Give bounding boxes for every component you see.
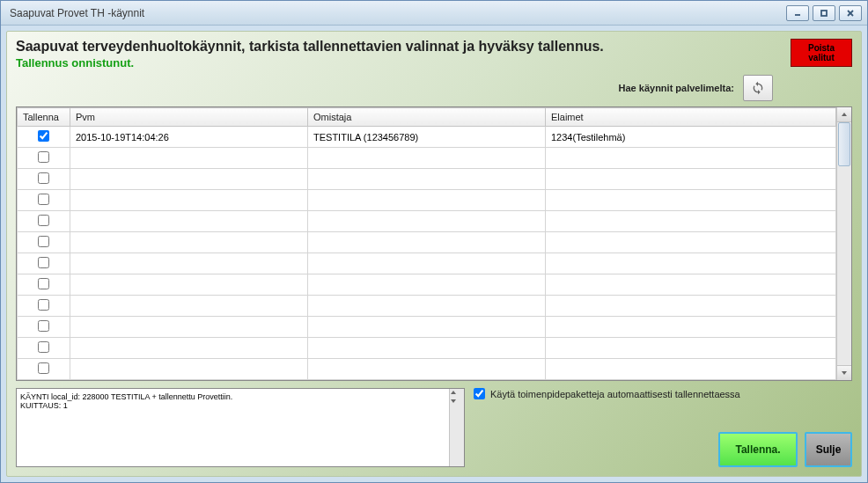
- row-checkbox-cell: [18, 253, 70, 274]
- grid-scrollbar[interactable]: [836, 107, 851, 380]
- row-checkbox[interactable]: [38, 320, 49, 332]
- row-checkbox[interactable]: [38, 172, 49, 184]
- window-buttons: [786, 5, 862, 21]
- cell-omistaja: [308, 148, 546, 169]
- cell-omistaja: TESTITILA (123456789): [308, 127, 546, 148]
- delete-button-line1: Poista: [808, 43, 835, 53]
- table-row[interactable]: [18, 359, 836, 380]
- table-row[interactable]: [18, 317, 836, 338]
- row-checkbox[interactable]: [38, 151, 49, 163]
- close-button[interactable]: Sulje: [805, 432, 852, 467]
- header-row: Saapuvat terveydenhuoltokäynnit, tarkist…: [16, 39, 852, 70]
- log-line-2: KUITTAUS: 1: [20, 401, 460, 410]
- auto-package-label[interactable]: Käytä toimenpidepaketteja automaattisest…: [490, 389, 740, 399]
- visits-grid[interactable]: Tallenna Pvm Omistaja Elaimet 2015-10-19…: [17, 107, 836, 380]
- row-checkbox-cell: [18, 359, 70, 380]
- col-pvm[interactable]: Pvm: [70, 108, 308, 127]
- cell-omistaja: [308, 190, 546, 211]
- cell-pvm: [70, 148, 308, 169]
- auto-package-checkbox[interactable]: [474, 388, 485, 399]
- col-elaimet[interactable]: Elaimet: [546, 108, 836, 127]
- log-scroll-down-icon[interactable]: [450, 398, 464, 406]
- row-checkbox-cell: [18, 211, 70, 232]
- cell-elaimet: [546, 211, 836, 232]
- row-checkbox[interactable]: [38, 362, 49, 374]
- row-checkbox-cell: [18, 338, 70, 359]
- scroll-track[interactable]: [837, 122, 851, 365]
- table-row[interactable]: [18, 338, 836, 359]
- cell-omistaja: [308, 317, 546, 338]
- cell-elaimet: [546, 274, 836, 296]
- row-checkbox-cell: [18, 148, 70, 169]
- cell-pvm: [70, 274, 308, 296]
- row-checkbox-cell: [18, 274, 70, 296]
- row-checkbox-cell: [18, 296, 70, 317]
- cell-elaimet: [546, 296, 836, 317]
- cell-pvm: [70, 253, 308, 274]
- row-checkbox-cell: [18, 232, 70, 253]
- table-row[interactable]: [18, 274, 836, 296]
- row-checkbox[interactable]: [38, 257, 49, 268]
- cell-elaimet: [546, 148, 836, 169]
- cell-pvm: [70, 232, 308, 253]
- cell-elaimet: [546, 232, 836, 253]
- grid-wrap: Tallenna Pvm Omistaja Elaimet 2015-10-19…: [16, 106, 852, 381]
- cell-elaimet: [546, 338, 836, 359]
- cell-pvm: [70, 211, 308, 232]
- row-checkbox[interactable]: [38, 299, 49, 311]
- table-row[interactable]: [18, 253, 836, 274]
- row-checkbox-cell: [18, 127, 70, 148]
- svg-rect-1: [821, 11, 827, 16]
- window-title: Saapuvat Provet TH -käynnit: [10, 7, 786, 19]
- row-checkbox[interactable]: [38, 341, 49, 353]
- auto-package-row: Käytä toimenpidepaketteja automaattisest…: [474, 388, 852, 399]
- log-scrollbar[interactable]: [449, 389, 464, 466]
- cell-elaimet: [546, 359, 836, 380]
- scroll-thumb[interactable]: [838, 122, 850, 166]
- table-row[interactable]: [18, 148, 836, 169]
- cell-pvm: [70, 317, 308, 338]
- refresh-button[interactable]: [743, 75, 773, 101]
- refresh-icon: [751, 81, 765, 95]
- log-line-1: KÄYNTI local_id: 228000 TESTITILA + tall…: [20, 392, 460, 401]
- delete-selected-button[interactable]: Poista valitut: [791, 39, 852, 67]
- cell-omistaja: [308, 232, 546, 253]
- table-row[interactable]: [18, 296, 836, 317]
- scroll-up-icon[interactable]: [837, 107, 851, 122]
- row-checkbox[interactable]: [38, 215, 49, 226]
- fetch-label: Hae käynnit palvelimelta:: [619, 83, 734, 93]
- cell-omistaja: [308, 274, 546, 296]
- cell-elaimet: [546, 253, 836, 274]
- save-button[interactable]: Tallenna.: [718, 432, 798, 467]
- cell-omistaja: [308, 211, 546, 232]
- fetch-row: Hae käynnit palvelimelta:: [16, 75, 852, 101]
- scroll-down-icon[interactable]: [837, 365, 851, 380]
- table-row[interactable]: [18, 211, 836, 232]
- cell-omistaja: [308, 169, 546, 190]
- app-window: Saapuvat Provet TH -käynnit Poista valit…: [0, 0, 868, 483]
- right-panel: Käytä toimenpidepaketteja automaattisest…: [474, 388, 852, 467]
- delete-button-line2: valitut: [808, 53, 834, 62]
- minimize-button[interactable]: [786, 5, 809, 21]
- row-checkbox[interactable]: [38, 130, 49, 142]
- close-window-button[interactable]: [839, 5, 862, 21]
- cell-omistaja: [308, 296, 546, 317]
- col-omistaja[interactable]: Omistaja: [308, 108, 546, 127]
- log-scroll-up-icon[interactable]: [450, 389, 464, 398]
- titlebar: Saapuvat Provet TH -käynnit: [1, 1, 867, 26]
- table-row[interactable]: 2015-10-19T14:04:26TESTITILA (123456789)…: [18, 127, 836, 148]
- log-textarea[interactable]: KÄYNTI local_id: 228000 TESTITILA + tall…: [16, 388, 465, 467]
- table-row[interactable]: [18, 169, 836, 190]
- row-checkbox[interactable]: [38, 194, 49, 205]
- table-row[interactable]: [18, 190, 836, 211]
- maximize-button[interactable]: [813, 5, 835, 21]
- table-row[interactable]: [18, 232, 836, 253]
- cell-pvm: [70, 296, 308, 317]
- row-checkbox[interactable]: [38, 236, 49, 247]
- button-row: Tallenna. Sulje: [474, 432, 852, 467]
- cell-omistaja: [308, 253, 546, 274]
- cell-pvm: [70, 338, 308, 359]
- page-title: Saapuvat terveydenhuoltokäynnit, tarkist…: [16, 39, 852, 55]
- col-tallenna[interactable]: Tallenna: [18, 108, 70, 127]
- row-checkbox[interactable]: [38, 278, 49, 289]
